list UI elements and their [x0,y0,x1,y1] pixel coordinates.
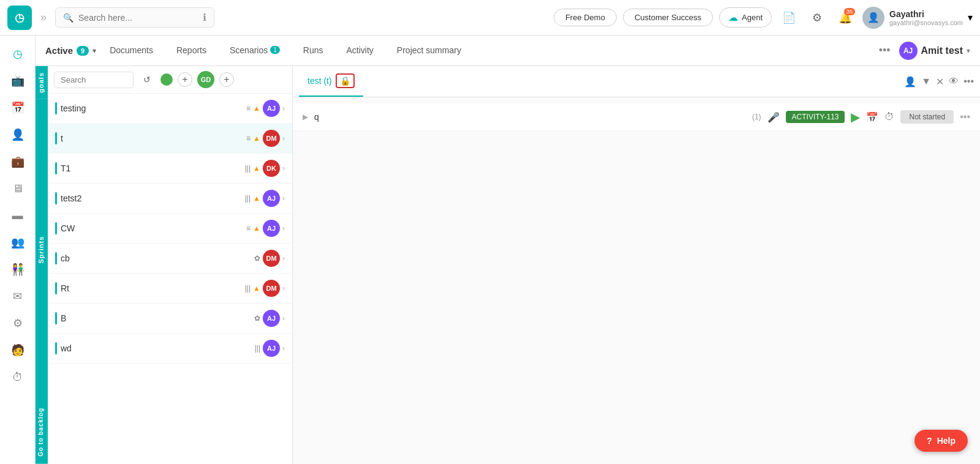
free-demo-button[interactable]: Free Demo [554,9,617,26]
sprint-item-CW[interactable]: CW ≡ ▲ AJ › [48,214,292,244]
reset-icon[interactable]: ↺ [138,71,156,88]
tab-project-summary[interactable]: Project summary [387,37,471,65]
tab-scenarios[interactable]: Scenarios 1 [220,37,290,65]
close-filter-icon[interactable]: ✕ [936,76,944,88]
sprint-item-T1[interactable]: T1 ||| ▲ DK › [48,154,292,184]
team-avatar[interactable]: AJ [899,42,918,60]
user-dropdown-icon[interactable]: ▾ [968,12,973,23]
sidebar-item-person[interactable]: 👤 [6,122,30,147]
customer-success-button[interactable]: Customer Success [623,9,713,26]
tab-action-icons: 👤 ▼ ✕ 👁 ••• [904,76,974,88]
user-avatar[interactable]: AJ [263,190,280,207]
user-avatar[interactable]: DM [263,280,280,297]
eye-icon[interactable]: 👁 [949,76,959,87]
chevron-right-icon[interactable]: › [282,344,285,353]
sidebar-item-user-settings[interactable]: 🧑 [6,338,30,362]
user-avatar[interactable]: DK [263,160,280,177]
info-icon[interactable]: ℹ [203,12,206,23]
help-button[interactable]: ? Help [914,430,968,452]
app-logo[interactable]: ◷ [7,6,32,30]
search-input[interactable] [78,13,198,23]
sprint-items-list: testing ≡ ▲ AJ › t [48,94,292,464]
sidebar-item-clock[interactable]: ◷ [6,42,30,66]
active-dropdown-icon[interactable]: ▾ [92,47,96,55]
sprint-name: tetst2 [61,193,241,203]
project-title[interactable]: Amit test [921,45,963,56]
user-filter-icon[interactable]: 👤 [904,76,916,88]
user-profile[interactable]: 👤 Gayathri gayathri@snovasys.com ▾ [862,7,973,29]
global-search-bar[interactable]: 🔍 ℹ [55,7,214,28]
notifications-icon-button[interactable]: 🔔 35 [834,7,856,29]
sprint-item-tetst2[interactable]: tetst2 ||| ▲ AJ › [48,184,292,214]
chevron-right-icon[interactable]: › [282,254,285,263]
sidebar-item-card[interactable]: ▬ [6,203,30,228]
sprint-name: Rt [61,283,241,293]
user-avatar[interactable]: DM [263,130,280,147]
not-started-status-button[interactable]: Not started [900,110,954,124]
documents-icon-button[interactable]: 📄 [778,7,800,29]
user-avatar[interactable]: AJ [263,100,280,117]
tab-runs[interactable]: Runs [293,37,333,65]
filter-icon[interactable]: ▼ [921,76,931,87]
more-options-button[interactable]: ••• [874,44,895,57]
active-label: Active [45,45,73,56]
calendar-icon[interactable]: 📅 [866,111,878,123]
sprint-item-Rt[interactable]: Rt ||| ▲ DM › [48,274,292,304]
chevron-right-icon[interactable]: › [282,284,285,293]
add-user-button[interactable]: + [219,72,234,87]
user-avatar[interactable]: AJ [263,310,280,327]
clock-icon[interactable]: ⏱ [884,111,894,122]
tab-documents[interactable]: Documents [100,37,163,65]
mic-icon[interactable]: 🎤 [767,111,780,123]
user-avatar[interactable]: AJ [263,220,280,237]
play-button[interactable]: ▶ [851,110,860,124]
chevron-right-icon[interactable]: › [282,134,285,143]
sidebar-item-group[interactable]: 👥 [6,230,30,255]
chevron-right-icon[interactable]: › [282,314,285,323]
sprint-item-cb[interactable]: cb ✿ DM › [48,244,292,274]
sprint-item-wd[interactable]: wd ||| AJ › [48,334,292,364]
expand-arrow-icon[interactable]: ▶ [303,113,308,121]
status-dot[interactable] [160,73,173,86]
settings-icon-button[interactable]: ⚙ [806,7,828,29]
agent-button[interactable]: ☁ Agent [719,7,772,28]
sprint-item-t[interactable]: t ≡ ▲ DM › [48,124,292,154]
task-more-icon[interactable]: ••• [960,111,970,122]
sprint-search-input[interactable] [54,72,134,88]
vtab-sprints[interactable]: Sprints [36,99,48,401]
sprint-item-testing[interactable]: testing ≡ ▲ AJ › [48,94,292,124]
sidebar-item-mail[interactable]: ✉ [6,284,30,309]
content-area: goals Sprints Go to backlog ↺ + GD + [36,66,980,464]
user-avatar[interactable]: DM [263,250,280,267]
chevron-right-icon[interactable]: › [282,224,285,233]
user-avatar[interactable]: AJ [263,340,280,357]
sidebar-item-history[interactable]: ⏱ [6,365,30,389]
chevron-right-icon[interactable]: › [282,164,285,173]
vtab-backlog[interactable]: Go to backlog [36,400,48,464]
sidebar-item-gear[interactable]: ⚙ [6,311,30,335]
sprint-name: wd [61,343,251,353]
add-sprint-button[interactable]: + [178,72,192,87]
sidebar-item-monitor[interactable]: 🖥 [6,176,30,201]
sidebar-item-briefcase[interactable]: 💼 [6,149,30,174]
notification-badge: 35 [844,8,855,15]
activity-badge[interactable]: ACTIVITY-113 [786,111,845,123]
task-tab-active[interactable]: test (t) 🔒 [299,66,363,97]
more-tab-icon[interactable]: ••• [963,76,974,87]
chevron-right-icon[interactable]: › [282,194,285,203]
table-row[interactable]: ▶ q (1) 🎤 ACTIVITY-113 ▶ 📅 ⏱ Not started… [293,103,980,131]
sprint-item-B[interactable]: B ✿ AJ › [48,304,292,334]
chevron-right-icon[interactable]: › [282,104,285,113]
sidebar-item-user-group[interactable]: 👫 [6,257,30,282]
sidebar-item-tv[interactable]: 📺 [6,69,30,93]
user-gd-avatar[interactable]: GD [197,71,214,88]
expand-nav-icon[interactable]: » [38,11,49,24]
tab-activity[interactable]: Activity [337,37,383,65]
sprint-name: cb [61,253,251,263]
lock-icon-box[interactable]: 🔒 [336,73,355,88]
tab-reports[interactable]: Reports [167,37,216,65]
sidebar-item-calendar[interactable]: 📅 [6,95,30,120]
sprint-icons: ||| ▲ DM › [245,280,285,297]
project-dropdown-icon[interactable]: ▾ [967,47,970,55]
vtab-goals[interactable]: goals [36,66,48,99]
